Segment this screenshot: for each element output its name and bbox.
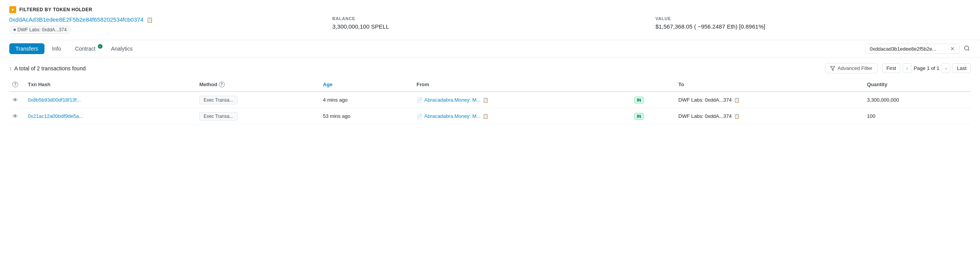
prev-page-button[interactable]: ‹ — [903, 63, 911, 73]
table-row: 👁 0x21ac12a00bdf9de5a... Exec Transa... … — [9, 108, 971, 124]
filter-icon: ▼ — [9, 6, 16, 13]
top-section: ▼ FILTERED BY TOKEN HOLDER 0xddAcAd3B1ed… — [0, 0, 980, 40]
from-link[interactable]: 📄 Abracadabra.Money: M... 📋 — [417, 97, 628, 103]
quantity-cell: 3,300,000,000 — [864, 92, 971, 108]
address-link[interactable]: 0xddAcAd3B1edee8E2F5b2e84f658202534fcb03… — [9, 16, 143, 23]
copy-from-icon[interactable]: 📋 — [483, 114, 488, 119]
age-cell: 53 mins ago — [320, 108, 413, 124]
search-button[interactable] — [963, 44, 971, 53]
toolbar-right: Advanced Filter First ‹ Page 1 of 1 › La… — [825, 63, 971, 73]
doc-icon: 📄 — [417, 97, 422, 103]
th-direction — [631, 77, 675, 92]
address-col: 0xddAcAd3B1edee8E2F5b2e84f658202534fcb03… — [9, 16, 324, 34]
direction-badge: IN — [634, 113, 644, 120]
search-icon — [964, 45, 970, 51]
sort-icon: ↕ — [9, 65, 12, 71]
search-container: ✕ — [866, 44, 960, 54]
value-text: $1,567,368.05 ( ~956.2487 Eth) [0.8961%] — [656, 23, 765, 30]
from-link[interactable]: 📄 Abracadabra.Money: M... 📋 — [417, 113, 628, 119]
tab-contract[interactable]: Contract ✓ — [69, 43, 103, 54]
method-help-icon[interactable]: ? — [219, 82, 225, 87]
direction-badge: IN — [634, 97, 644, 104]
to-text: DWF Labs: 0xddA...374 — [678, 113, 732, 119]
value-col: VALUE $1,567,368.05 ( ~956.2487 Eth) [0.… — [656, 16, 971, 30]
row-eye-icon[interactable]: 👁 — [12, 113, 18, 119]
th-to: To — [675, 77, 864, 92]
th-txn-hash: Txn Hash — [25, 77, 196, 92]
row-eye-icon[interactable]: 👁 — [12, 97, 18, 103]
tag-dot-icon — [14, 29, 16, 31]
to-text: DWF Labs: 0xddA...374 — [678, 97, 732, 103]
tab-info[interactable]: Info — [46, 43, 67, 54]
pagination: First ‹ Page 1 of 1 › Last — [882, 63, 971, 73]
column-help-icon[interactable]: ? — [12, 82, 18, 87]
table-section: ↕ A total of 2 transactions found Advanc… — [0, 58, 980, 124]
tab-transfers[interactable]: Transfers — [9, 43, 44, 54]
top-grid: 0xddAcAd3B1edee8E2F5b2e84f658202534fcb03… — [9, 16, 971, 34]
th-quantity: Quantity — [864, 77, 971, 92]
filter-funnel-icon — [830, 66, 835, 71]
contract-verified-icon: ✓ — [98, 44, 102, 49]
th-age: Age — [320, 77, 413, 92]
tabs-left: Transfers Info Contract ✓ Analytics — [9, 40, 139, 57]
tabs-right: ✕ — [866, 44, 971, 54]
address-tag: DWF Labs: 0xddA...374 — [9, 26, 71, 34]
th-method: Method ? — [196, 77, 320, 92]
first-page-button[interactable]: First — [882, 63, 900, 73]
page-info: Page 1 of 1 — [914, 65, 940, 71]
quantity-cell: 100 — [864, 108, 971, 124]
txn-hash-link[interactable]: 0x21ac12a00bdf9de5a... — [28, 113, 83, 119]
table-row: 👁 0x8b5b93d00df18f13f... Exec Transa... … — [9, 92, 971, 108]
clear-search-button[interactable]: ✕ — [949, 46, 956, 52]
tabs-section: Transfers Info Contract ✓ Analytics ✕ — [0, 40, 980, 58]
balance-value: 3,300,000,100 SPELL — [332, 23, 389, 30]
doc-icon: 📄 — [417, 114, 422, 119]
filter-label-row: ▼ FILTERED BY TOKEN HOLDER — [9, 6, 971, 13]
copy-from-icon[interactable]: 📋 — [483, 97, 488, 103]
svg-line-1 — [968, 49, 969, 51]
tx-count: ↕ A total of 2 transactions found — [9, 65, 85, 71]
svg-point-0 — [965, 46, 969, 50]
balance-col: BALANCE 3,300,000,100 SPELL — [332, 16, 647, 30]
transactions-table: ? Txn Hash Method ? Age From To Quantity… — [9, 77, 971, 124]
table-toolbar: ↕ A total of 2 transactions found Advanc… — [9, 58, 971, 77]
method-badge: Exec Transa... — [199, 112, 237, 121]
age-cell: 4 mins ago — [320, 92, 413, 108]
next-page-button[interactable]: › — [942, 63, 950, 73]
svg-marker-2 — [830, 66, 835, 70]
search-input[interactable] — [870, 46, 947, 52]
th-from: From — [413, 77, 631, 92]
filtered-by-text: FILTERED BY TOKEN HOLDER — [19, 7, 92, 12]
to-col: DWF Labs: 0xddA...374 📋 — [678, 113, 861, 119]
copy-to-icon[interactable]: 📋 — [734, 114, 740, 119]
last-page-button[interactable]: Last — [953, 63, 971, 73]
to-col: DWF Labs: 0xddA...374 📋 — [678, 97, 861, 103]
txn-hash-link[interactable]: 0x8b5b93d00df18f13f... — [28, 97, 81, 103]
method-badge: Exec Transa... — [199, 96, 237, 104]
advanced-filter-button[interactable]: Advanced Filter — [825, 63, 878, 73]
balance-label: BALANCE — [332, 16, 647, 21]
tab-analytics[interactable]: Analytics — [105, 43, 139, 54]
value-label: VALUE — [656, 16, 971, 21]
copy-address-button[interactable]: 📋 — [145, 17, 154, 23]
copy-to-icon[interactable]: 📋 — [734, 97, 740, 103]
